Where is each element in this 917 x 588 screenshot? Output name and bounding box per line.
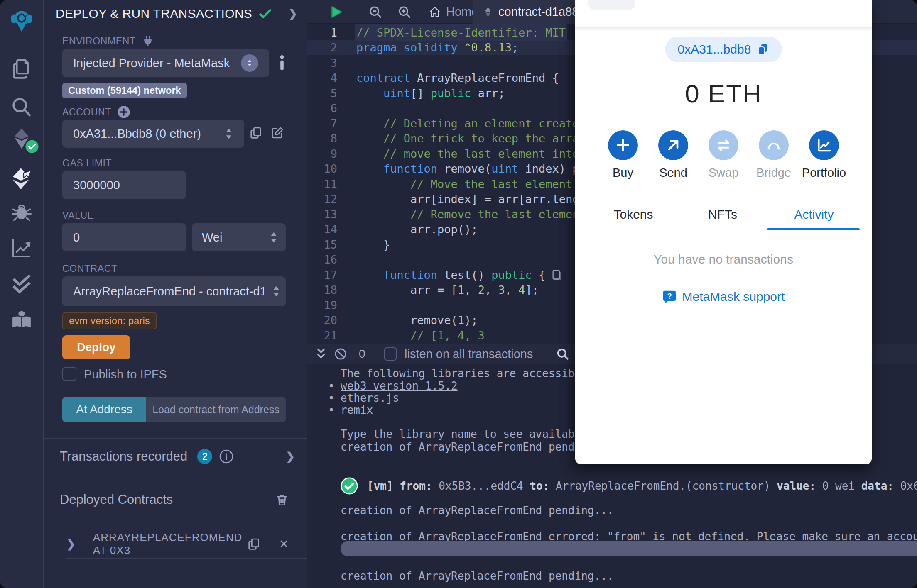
solidity-file-icon — [483, 7, 493, 17]
line-number: 19 — [307, 299, 356, 312]
line-number: 4 — [307, 71, 356, 84]
line-number: 5 — [307, 87, 356, 100]
buy-button[interactable]: Buy — [600, 130, 646, 180]
plus-icon — [608, 130, 638, 160]
publish-ipfs-checkbox[interactable] — [62, 367, 76, 381]
at-address-button[interactable]: At Address — [62, 397, 146, 422]
value-unit-select[interactable]: Wei — [192, 223, 286, 251]
home-icon — [429, 6, 441, 18]
sidebar-deploy-run-icon[interactable] — [10, 167, 33, 190]
environment-caret-icon[interactable] — [241, 54, 258, 72]
terminal-log-line: [vm] from: 0x5B3...eddC4 to: ArrayReplac… — [341, 477, 917, 495]
metamask-tab-nfts[interactable]: NFTs — [708, 207, 737, 222]
clear-console-ban-icon[interactable] — [334, 347, 347, 361]
line-number: 9 — [307, 147, 356, 160]
terminal-link[interactable]: ethers.js — [341, 392, 399, 404]
eth-balance: 0 ETH — [575, 79, 872, 108]
sidebar-remix-logo[interactable] — [10, 9, 33, 32]
deployed-contract-row[interactable]: ARRAYREPLACEFROMEND AT 0X3 — [93, 531, 247, 557]
sidebar-learneth-icon[interactable] — [10, 308, 33, 331]
listen-transactions-label[interactable]: listen on all transactions — [405, 347, 533, 361]
deploy-run-panel: DEPLOY & RUN TRANSACTIONS ❯ ENVIRONMENT … — [44, 0, 307, 588]
line-number: 6 — [307, 102, 356, 115]
terminal-search-icon[interactable] — [556, 347, 570, 361]
sidebar-unit-testing-icon[interactable] — [10, 272, 33, 295]
add-account-icon[interactable] — [117, 105, 130, 119]
copy-deployed-icon[interactable] — [247, 537, 260, 551]
success-check-icon — [341, 477, 358, 495]
line-number: 16 — [307, 253, 356, 266]
panel-divider — [66, 558, 307, 559]
load-contract-button[interactable]: Load contract from Address — [146, 397, 286, 422]
sidebar-search-icon[interactable] — [10, 95, 33, 119]
zoom-out-icon[interactable] — [368, 5, 383, 20]
account-select[interactable]: 0xA31...Bbdb8 (0 ether) — [62, 120, 244, 148]
expand-terminal-chevrons-icon[interactable] — [315, 347, 327, 361]
environment-select[interactable]: Injected Provider - MetaMask — [62, 49, 269, 77]
terminal-log-line: creation of ArrayReplaceFromEnd pending.… — [341, 569, 917, 583]
panel-collapse-chevron-icon[interactable]: ❯ — [288, 7, 297, 20]
svg-text:?: ? — [667, 292, 672, 300]
line-number: 10 — [307, 162, 356, 175]
account-label: ACCOUNT — [62, 107, 111, 118]
bridge-icon — [759, 130, 789, 160]
bridge-button[interactable]: Bridge — [751, 130, 797, 180]
line-number: 21 — [307, 329, 356, 342]
listen-transactions-checkbox[interactable] — [384, 347, 397, 361]
publish-ipfs-label[interactable]: Publish to IPFS — [84, 368, 167, 381]
value-input[interactable]: 0 — [62, 223, 186, 251]
no-transactions-text: You have no transactions — [575, 252, 872, 266]
run-script-play-icon[interactable] — [329, 5, 344, 20]
icon-rail — [0, 0, 44, 588]
zoom-in-icon[interactable] — [397, 5, 412, 20]
contract-caret-icon — [272, 284, 281, 298]
line-number: 7 — [307, 117, 356, 130]
line-number: 20 — [307, 314, 356, 327]
metamask-network-button-cut[interactable] — [588, 0, 635, 10]
run-function-annotation-icon[interactable] — [551, 269, 563, 281]
clear-deployed-trash-icon[interactable] — [275, 493, 289, 507]
active-tab-underline — [767, 228, 860, 230]
copy-account-icon[interactable] — [249, 126, 262, 139]
line-number: 15 — [307, 238, 356, 251]
terminal-link[interactable]: web3 version 1.5.2 — [341, 380, 458, 392]
panel-divider — [44, 438, 307, 439]
contract-label: CONTRACT — [62, 263, 118, 274]
metamask-tab-tokens[interactable]: Tokens — [613, 207, 653, 222]
deploy-button[interactable]: Deploy — [62, 335, 130, 359]
metamask-address-pill[interactable]: 0xA31...bdb8 — [665, 37, 782, 62]
send-button[interactable]: Send — [650, 130, 696, 180]
line-number: 13 — [307, 208, 356, 221]
transactions-info-icon[interactable] — [219, 449, 234, 464]
compiled-check-badge — [25, 139, 39, 154]
swap-button[interactable]: Swap — [701, 130, 746, 180]
gas-limit-label: GAS LIMIT — [62, 158, 112, 169]
edit-account-icon[interactable] — [271, 126, 284, 139]
metamask-support-link[interactable]: ? MetaMask support — [575, 290, 872, 304]
environment-info-icon[interactable] — [279, 55, 285, 71]
transactions-count-badge: 2 — [197, 449, 212, 464]
environment-label: ENVIRONMENT — [62, 36, 136, 47]
gas-limit-input[interactable]: 3000000 — [62, 171, 186, 199]
remove-deployed-close-icon[interactable]: × — [280, 537, 288, 551]
portfolio-button[interactable]: Portfolio — [801, 130, 847, 180]
metamask-tab-activity[interactable]: Activity — [794, 207, 834, 222]
line-number: 11 — [307, 178, 356, 190]
metamask-header-divider — [575, 27, 872, 32]
sidebar-debugger-icon[interactable] — [10, 202, 33, 225]
support-chat-icon: ? — [662, 290, 677, 304]
unit-caret-icon — [269, 230, 278, 244]
line-number: 14 — [307, 223, 356, 236]
sidebar-file-explorer-icon[interactable] — [10, 57, 33, 81]
terminal-horizontal-scrollbar[interactable] — [341, 541, 917, 556]
swap-icon — [709, 130, 738, 160]
terminal-log-line: creation of ArrayReplaceFromEnd pending.… — [341, 504, 917, 517]
deployed-row-chevron-icon[interactable]: ❯ — [66, 538, 76, 551]
plug-icon[interactable] — [142, 35, 154, 47]
transactions-expand-chevron-icon[interactable]: ❯ — [286, 450, 295, 463]
sidebar-solidity-compiler-icon[interactable] — [10, 127, 33, 150]
sidebar-analytics-icon[interactable] — [10, 237, 33, 260]
contract-select[interactable]: ArrayReplaceFromEnd - contract-d1a8 — [62, 276, 286, 306]
terminal-count-badge: 0 — [359, 347, 365, 361]
panel-divider — [44, 481, 307, 481]
